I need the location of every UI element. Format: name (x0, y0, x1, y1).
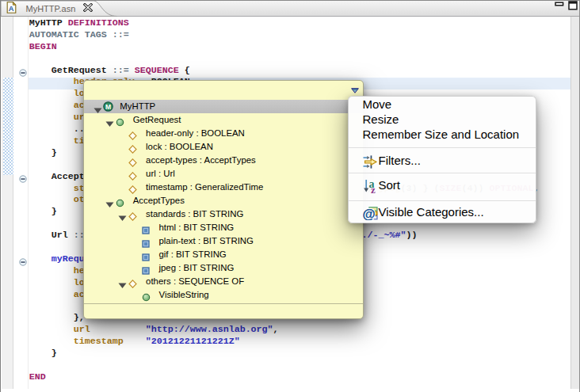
svg-text:M: M (105, 103, 111, 111)
svg-text:@: @ (363, 207, 376, 220)
svg-text:z: z (371, 184, 376, 193)
svg-text:A: A (9, 5, 14, 13)
